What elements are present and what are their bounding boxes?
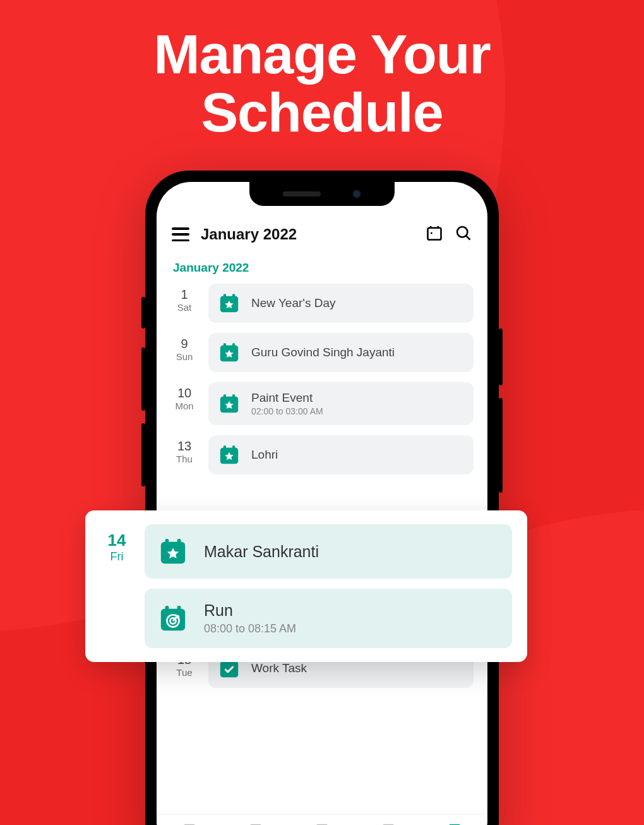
event-time: 02:00 to 03:00 AM [251,406,323,416]
event-card[interactable]: Lohri [208,435,474,474]
headline-line-1: Manage Your [0,25,644,83]
date-number: 1 [170,287,198,302]
tab-week[interactable]: Week [223,814,289,825]
event-title: Lohri [251,448,278,462]
svg-rect-7 [224,294,226,298]
event-card[interactable]: New Year's Day [208,284,474,323]
tab-schedule[interactable]: Schedule [421,814,487,825]
svg-rect-10 [224,343,226,347]
event-title: Guru Govind Singh Jayanti [251,346,395,359]
calendar-star-icon [218,444,240,466]
date-weekday: Thu [170,454,198,464]
tab-month[interactable]: Month [157,814,223,825]
svg-rect-50 [165,606,169,612]
headline-line-2: Schedule [0,83,644,142]
phone-notch [249,182,395,206]
date-weekday: Mon [170,400,198,411]
event-title: Work Task [251,661,307,675]
schedule-row: 9 Sun Guru Govind Singh Jayanti [170,333,474,372]
bottom-tab-bar: Month Week 3 Days Day Schedule [157,814,487,825]
svg-rect-48 [177,539,181,545]
page-title: January 2022 [201,226,414,243]
app-header: January 2022 [157,217,487,250]
svg-point-4 [457,227,467,237]
date-weekday: Sat [170,302,198,313]
month-heading: January 2022 [170,255,474,284]
svg-rect-16 [224,445,226,450]
event-title: New Year's Day [251,296,336,310]
date-column: 1 Sat [170,284,198,313]
svg-rect-51 [177,606,181,612]
date-number: 9 [170,337,198,351]
event-time: 08:00 to 08:15 AM [204,622,296,635]
event-card[interactable]: Makar Sankranti [145,524,512,579]
date-column: 13 Thu [170,435,198,464]
tab-day[interactable]: Day [355,814,421,825]
date-column: 9 Sun [170,333,198,362]
tab-3days[interactable]: 3 Days [289,814,355,825]
menu-icon[interactable] [172,227,189,241]
calendar-star-icon [218,342,240,363]
event-card[interactable]: Guru Govind Singh Jayanti [208,333,474,372]
date-weekday: Sun [170,351,198,362]
highlighted-day-card: 14 Fri Makar Sankranti Run 08:00 to 08:1… [85,510,527,662]
date-weekday: Fri [99,550,134,563]
calendar-star-icon [218,292,240,314]
schedule-row: 10 Mon Paint Event 02:00 to 03:00 AM [170,382,474,425]
schedule-row: 13 Thu Lohri [170,435,474,474]
date-weekday: Tue [170,667,198,678]
event-card[interactable]: Paint Event 02:00 to 03:00 AM [208,382,474,425]
search-icon[interactable] [455,224,472,244]
svg-point-3 [431,232,432,234]
svg-rect-8 [232,294,235,298]
date-number: 13 [170,439,198,454]
date-column-highlight: 14 Fri [99,524,134,563]
schedule-row: 1 Sat New Year's Day [170,284,474,323]
svg-rect-11 [232,343,235,347]
svg-rect-17 [232,445,235,450]
event-title: Run [204,601,296,620]
calendar-icon[interactable] [426,224,443,244]
calendar-star-icon [158,537,188,566]
svg-rect-14 [232,394,235,399]
svg-line-5 [466,236,470,239]
event-title: Makar Sankranti [204,543,319,561]
calendar-star-icon [218,393,240,414]
phone-frame: January 2022 [145,171,499,825]
svg-rect-47 [165,539,169,545]
date-number: 14 [99,531,134,550]
calendar-target-icon [158,604,188,633]
date-number: 10 [170,386,198,400]
svg-rect-13 [224,394,226,399]
event-title: Paint Event [251,391,323,405]
event-card[interactable]: Run 08:00 to 08:15 AM [145,589,512,648]
date-column: 10 Mon [170,382,198,411]
promo-headline: Manage Your Schedule [0,0,644,142]
svg-rect-0 [428,228,441,240]
